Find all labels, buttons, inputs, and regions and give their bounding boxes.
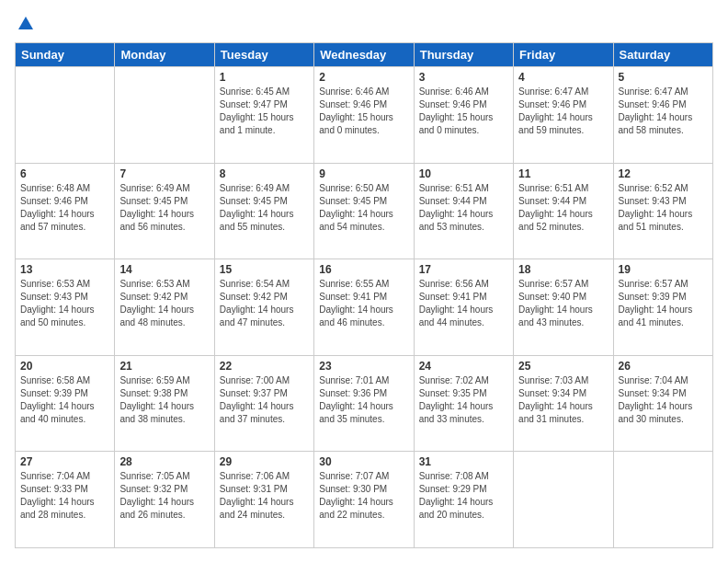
day-number: 2 — [319, 71, 408, 84]
day-detail: Sunrise: 7:05 AMSunset: 9:32 PMDaylight:… — [119, 470, 209, 522]
day-header-thursday: Thursday — [414, 43, 513, 67]
day-detail: Sunrise: 7:01 AMSunset: 9:36 PMDaylight:… — [319, 374, 408, 426]
day-number: 13 — [20, 263, 109, 276]
calendar-week-2: 6Sunrise: 6:48 AMSunset: 9:46 PMDaylight… — [16, 163, 713, 259]
calendar-cell: 22Sunrise: 7:00 AMSunset: 9:37 PMDayligh… — [214, 355, 313, 452]
calendar-cell — [514, 452, 613, 548]
calendar-cell: 9Sunrise: 6:50 AMSunset: 9:45 PMDaylight… — [314, 163, 414, 259]
day-header-monday: Monday — [115, 43, 214, 67]
day-header-sunday: Sunday — [16, 43, 115, 67]
calendar-cell: 7Sunrise: 6:49 AMSunset: 9:45 PMDaylight… — [115, 163, 214, 259]
day-detail: Sunrise: 7:04 AMSunset: 9:33 PMDaylight:… — [20, 470, 109, 522]
calendar-cell — [115, 67, 214, 164]
logo — [15, 15, 35, 33]
day-number: 1 — [220, 71, 309, 84]
day-detail: Sunrise: 6:58 AMSunset: 9:39 PMDaylight:… — [20, 374, 109, 426]
calendar-cell: 12Sunrise: 6:52 AMSunset: 9:43 PMDayligh… — [613, 163, 712, 259]
day-number: 8 — [220, 167, 309, 180]
day-number: 23 — [319, 360, 408, 373]
day-number: 9 — [319, 167, 408, 180]
day-number: 14 — [119, 263, 209, 276]
calendar-cell: 17Sunrise: 6:56 AMSunset: 9:41 PMDayligh… — [414, 259, 513, 356]
day-detail: Sunrise: 6:48 AMSunset: 9:46 PMDaylight:… — [20, 182, 109, 234]
calendar-cell: 31Sunrise: 7:08 AMSunset: 9:29 PMDayligh… — [414, 452, 513, 548]
calendar-cell — [16, 67, 115, 164]
day-detail: Sunrise: 6:49 AMSunset: 9:45 PMDaylight:… — [119, 182, 209, 234]
calendar-cell: 14Sunrise: 6:53 AMSunset: 9:42 PMDayligh… — [115, 259, 214, 356]
day-number: 21 — [119, 360, 209, 373]
day-detail: Sunrise: 6:49 AMSunset: 9:45 PMDaylight:… — [220, 182, 309, 234]
day-detail: Sunrise: 6:46 AMSunset: 9:46 PMDaylight:… — [319, 86, 408, 137]
calendar: SundayMondayTuesdayWednesdayThursdayFrid… — [15, 42, 713, 548]
day-detail: Sunrise: 6:45 AMSunset: 9:47 PMDaylight:… — [220, 86, 309, 137]
day-number: 11 — [518, 167, 608, 180]
day-detail: Sunrise: 6:56 AMSunset: 9:41 PMDaylight:… — [419, 278, 508, 329]
calendar-cell: 27Sunrise: 7:04 AMSunset: 9:33 PMDayligh… — [16, 452, 115, 548]
calendar-week-5: 27Sunrise: 7:04 AMSunset: 9:33 PMDayligh… — [16, 452, 713, 548]
day-number: 19 — [619, 263, 708, 276]
calendar-week-4: 20Sunrise: 6:58 AMSunset: 9:39 PMDayligh… — [16, 355, 713, 452]
day-detail: Sunrise: 6:46 AMSunset: 9:46 PMDaylight:… — [419, 86, 508, 137]
calendar-week-3: 13Sunrise: 6:53 AMSunset: 9:43 PMDayligh… — [16, 259, 713, 356]
day-detail: Sunrise: 6:53 AMSunset: 9:42 PMDaylight:… — [119, 278, 209, 329]
header — [15, 15, 713, 33]
day-detail: Sunrise: 7:02 AMSunset: 9:35 PMDaylight:… — [419, 374, 508, 426]
day-header-friday: Friday — [514, 43, 613, 67]
calendar-cell: 28Sunrise: 7:05 AMSunset: 9:32 PMDayligh… — [115, 452, 214, 548]
day-number: 17 — [419, 263, 508, 276]
calendar-cell: 11Sunrise: 6:51 AMSunset: 9:44 PMDayligh… — [514, 163, 613, 259]
day-number: 12 — [619, 167, 708, 180]
calendar-cell: 24Sunrise: 7:02 AMSunset: 9:35 PMDayligh… — [414, 355, 513, 452]
calendar-cell: 16Sunrise: 6:55 AMSunset: 9:41 PMDayligh… — [314, 259, 414, 356]
day-detail: Sunrise: 7:08 AMSunset: 9:29 PMDaylight:… — [419, 470, 508, 522]
calendar-cell: 19Sunrise: 6:57 AMSunset: 9:39 PMDayligh… — [613, 259, 712, 356]
day-detail: Sunrise: 6:54 AMSunset: 9:42 PMDaylight:… — [220, 278, 309, 329]
day-detail: Sunrise: 7:03 AMSunset: 9:34 PMDaylight:… — [518, 374, 608, 426]
calendar-cell — [613, 452, 712, 548]
calendar-cell: 26Sunrise: 7:04 AMSunset: 9:34 PMDayligh… — [613, 355, 712, 452]
day-header-saturday: Saturday — [613, 43, 712, 67]
day-header-wednesday: Wednesday — [314, 43, 414, 67]
calendar-cell: 13Sunrise: 6:53 AMSunset: 9:43 PMDayligh… — [16, 259, 115, 356]
day-detail: Sunrise: 7:06 AMSunset: 9:31 PMDaylight:… — [220, 470, 309, 522]
calendar-cell: 6Sunrise: 6:48 AMSunset: 9:46 PMDaylight… — [16, 163, 115, 259]
day-number: 7 — [119, 167, 209, 180]
day-number: 28 — [119, 455, 209, 468]
day-number: 25 — [518, 360, 608, 373]
calendar-cell: 10Sunrise: 6:51 AMSunset: 9:44 PMDayligh… — [414, 163, 513, 259]
day-detail: Sunrise: 6:59 AMSunset: 9:38 PMDaylight:… — [119, 374, 209, 426]
day-number: 24 — [419, 360, 508, 373]
day-detail: Sunrise: 6:47 AMSunset: 9:46 PMDaylight:… — [619, 86, 708, 137]
day-number: 29 — [220, 455, 309, 468]
day-detail: Sunrise: 7:04 AMSunset: 9:34 PMDaylight:… — [619, 374, 708, 426]
day-detail: Sunrise: 6:51 AMSunset: 9:44 PMDaylight:… — [419, 182, 508, 234]
day-number: 27 — [20, 455, 109, 468]
calendar-cell: 4Sunrise: 6:47 AMSunset: 9:46 PMDaylight… — [514, 67, 613, 164]
logo-icon — [17, 15, 35, 33]
day-detail: Sunrise: 6:57 AMSunset: 9:39 PMDaylight:… — [619, 278, 708, 329]
calendar-cell: 5Sunrise: 6:47 AMSunset: 9:46 PMDaylight… — [613, 67, 712, 164]
calendar-cell: 1Sunrise: 6:45 AMSunset: 9:47 PMDaylight… — [214, 67, 313, 164]
day-detail: Sunrise: 7:07 AMSunset: 9:30 PMDaylight:… — [319, 470, 408, 522]
day-header-tuesday: Tuesday — [214, 43, 313, 67]
calendar-cell: 23Sunrise: 7:01 AMSunset: 9:36 PMDayligh… — [314, 355, 414, 452]
calendar-cell: 3Sunrise: 6:46 AMSunset: 9:46 PMDaylight… — [414, 67, 513, 164]
day-detail: Sunrise: 6:51 AMSunset: 9:44 PMDaylight:… — [518, 182, 608, 234]
calendar-cell: 15Sunrise: 6:54 AMSunset: 9:42 PMDayligh… — [214, 259, 313, 356]
day-number: 22 — [220, 360, 309, 373]
day-detail: Sunrise: 7:00 AMSunset: 9:37 PMDaylight:… — [220, 374, 309, 426]
day-number: 26 — [619, 360, 708, 373]
day-number: 5 — [619, 71, 708, 84]
svg-marker-0 — [18, 17, 33, 29]
calendar-cell: 30Sunrise: 7:07 AMSunset: 9:30 PMDayligh… — [314, 452, 414, 548]
day-detail: Sunrise: 6:55 AMSunset: 9:41 PMDaylight:… — [319, 278, 408, 329]
day-number: 3 — [419, 71, 508, 84]
day-detail: Sunrise: 6:53 AMSunset: 9:43 PMDaylight:… — [20, 278, 109, 329]
calendar-cell: 29Sunrise: 7:06 AMSunset: 9:31 PMDayligh… — [214, 452, 313, 548]
day-detail: Sunrise: 6:47 AMSunset: 9:46 PMDaylight:… — [518, 86, 608, 137]
day-number: 31 — [419, 455, 508, 468]
calendar-cell: 8Sunrise: 6:49 AMSunset: 9:45 PMDaylight… — [214, 163, 313, 259]
calendar-cell: 18Sunrise: 6:57 AMSunset: 9:40 PMDayligh… — [514, 259, 613, 356]
day-number: 4 — [518, 71, 608, 84]
day-number: 20 — [20, 360, 109, 373]
